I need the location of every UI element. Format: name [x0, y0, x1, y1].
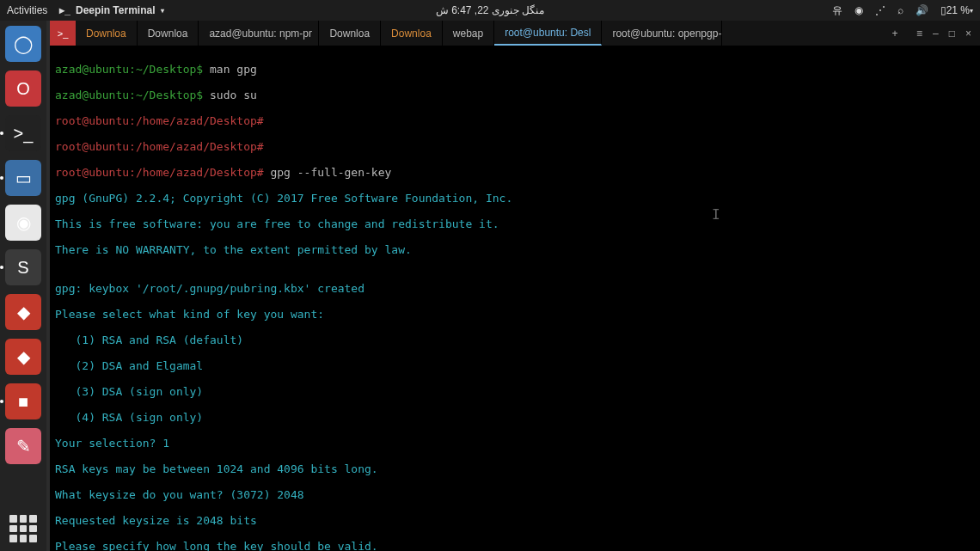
terminal-text: This is free software: you are free to c…: [55, 217, 975, 230]
close-button[interactable]: ×: [965, 28, 971, 40]
dock: ◯O>_▭◉S◆◆■✎: [0, 21, 46, 551]
battery-indicator[interactable]: ▯ 21 % ▾: [940, 4, 973, 16]
terminal-text: sudo su: [210, 89, 257, 101]
new-tab-button[interactable]: +: [882, 21, 908, 46]
prompt: root@ubuntu:/home/azad/Desktop#: [55, 114, 264, 127]
tabs: DownloaDownloaazad@ubuntu: npm-prDownloa…: [76, 21, 882, 46]
terminal-text: gpg --full-gen-key: [270, 166, 391, 179]
terminal-text: (3) DSA (sign only): [55, 385, 975, 398]
terminal-text: What keysize do you want? (3072) 2048: [55, 488, 975, 501]
tab-5[interactable]: webap: [443, 21, 494, 46]
dock-item-app-red2[interactable]: ◆: [5, 339, 41, 375]
terminal-text: Please select what kind of key you want:: [55, 308, 975, 321]
volume-icon[interactable]: 🔊: [916, 4, 928, 16]
terminal-text: (2) DSA and Elgamal: [55, 359, 975, 372]
tab-0[interactable]: Downloa: [76, 21, 138, 46]
dock-item-files[interactable]: ▭: [5, 160, 41, 196]
terminal-window: >_ DownloaDownloaazad@ubuntu: npm-prDown…: [50, 21, 980, 551]
prompt: azad@ubuntu:~/Desktop$: [55, 63, 210, 76]
tab-3[interactable]: Downloa: [319, 21, 381, 46]
tab-2[interactable]: azad@ubuntu: npm-pr: [199, 21, 319, 46]
terminal-text: (1) RSA and RSA (default): [55, 334, 975, 346]
clock[interactable]: منگل جنوری 22, 6:47 ش: [436, 4, 544, 16]
vpn-icon[interactable]: ⌕: [897, 4, 903, 16]
terminal-app-icon: >_: [50, 21, 76, 46]
battery-text: 21 %: [946, 4, 970, 16]
tab-bar: >_ DownloaDownloaazad@ubuntu: npm-prDown…: [50, 21, 980, 46]
system-tray[interactable]: 유 ◉ ⋰ ⌕ 🔊 ▯ 21 % ▾: [832, 3, 973, 18]
tab-4[interactable]: Downloa: [381, 21, 443, 46]
dock-item-sublime[interactable]: S: [5, 249, 41, 285]
terminal-text: gpg: keybox '/root/.gnupg/pubring.kbx' c…: [55, 282, 975, 295]
terminal-body[interactable]: azad@ubuntu:~/Desktop$ man gpg azad@ubun…: [50, 46, 980, 551]
terminal-text: man gpg: [210, 63, 257, 76]
maximize-button[interactable]: □: [949, 28, 955, 40]
prompt: root@ubuntu:/home/azad/Desktop#: [55, 166, 270, 179]
prompt: root@ubuntu:/home/azad/Desktop#: [55, 140, 264, 153]
terminal-text: gpg (GnuPG) 2.2.4; Copyright (C) 2017 Fr…: [55, 192, 975, 205]
terminal-text: RSA keys may be between 1024 and 4096 bi…: [55, 462, 975, 475]
dock-item-opera[interactable]: O: [5, 70, 41, 107]
minimize-button[interactable]: –: [933, 28, 939, 40]
camera-icon[interactable]: ◉: [854, 4, 863, 16]
tab-7[interactable]: root@ubuntu: openpgp-rev: [602, 21, 722, 46]
wifi-icon[interactable]: ⋰: [875, 4, 885, 16]
terminal-text: There is NO WARRANTY, to the extent perm…: [55, 243, 975, 256]
prompt: azad@ubuntu:~/Desktop$: [55, 89, 210, 101]
show-applications-button[interactable]: [9, 515, 37, 542]
terminal-text: Your selection? 1: [55, 437, 975, 450]
dock-item-terminal[interactable]: >_: [5, 115, 41, 151]
menu-button[interactable]: ≡: [916, 28, 922, 40]
text-cursor-icon: I: [712, 208, 720, 221]
top-panel: Activities ▸_ Deepin Terminal ▾ منگل جنو…: [0, 0, 980, 21]
chevron-down-icon: ▾: [161, 7, 164, 15]
terminal-text: Please specify how long the key should b…: [55, 540, 975, 551]
dock-item-rhythmbox[interactable]: ◉: [5, 205, 41, 241]
app-menu[interactable]: ▸_ Deepin Terminal ▾: [59, 4, 163, 16]
dock-item-app-red1[interactable]: ◆: [5, 294, 41, 330]
terminal-text: Requested keysize is 2048 bits: [55, 514, 975, 527]
app-title-text: Deepin Terminal: [76, 4, 155, 16]
dock-item-screen-recorder[interactable]: ■: [5, 383, 41, 419]
tab-1[interactable]: Downloa: [138, 21, 199, 46]
dock-item-app-pink[interactable]: ✎: [5, 428, 41, 464]
terminal-icon: ▸_: [59, 4, 70, 16]
activities-button[interactable]: Activities: [7, 4, 47, 16]
dock-item-chromium[interactable]: ◯: [5, 26, 41, 62]
accessibility-icon[interactable]: 유: [832, 3, 842, 18]
tab-6[interactable]: root@ubuntu: Desl: [494, 21, 602, 46]
terminal-text: (4) RSA (sign only): [55, 411, 975, 424]
